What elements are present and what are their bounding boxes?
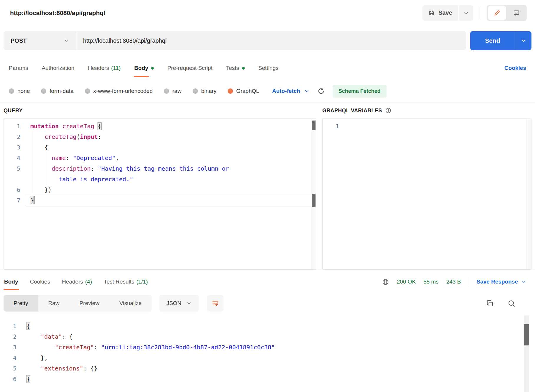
method-label: POST [11, 37, 27, 44]
view-tab-pretty[interactable]: Pretty [4, 295, 38, 312]
variables-panel: GRAPHQL VARIABLES 1 [322, 103, 531, 270]
code-line: 7} [4, 195, 316, 206]
view-tab-raw[interactable]: Raw [38, 295, 70, 312]
scrollbar-thumb[interactable] [312, 121, 316, 130]
body-mode-raw[interactable]: raw [164, 88, 181, 94]
wrap-lines-button[interactable] [207, 295, 224, 312]
code-text: table is deprecated." [25, 174, 316, 185]
save-response-dropdown[interactable]: Save Response [477, 279, 527, 285]
auto-fetch-dropdown[interactable]: Auto-fetch [272, 88, 310, 94]
save-button-label: Save [438, 9, 452, 16]
green-dot-indicator [151, 67, 154, 70]
response-view-tabs: PrettyRawPreviewVisualize [4, 295, 152, 312]
code-text: }) [25, 185, 316, 195]
code-text: }, [21, 353, 535, 363]
code-line: 3 { [4, 142, 316, 153]
response-body-viewer[interactable]: 1{2 "data": {3 "createTag": "urn:li:tag:… [0, 313, 535, 392]
network-globe-icon[interactable] [382, 278, 389, 286]
code-text: } [21, 374, 535, 384]
view-tab-preview[interactable]: Preview [70, 295, 110, 312]
text-cursor [34, 196, 34, 204]
request-tab-settings[interactable]: Settings [258, 65, 279, 71]
cookies-link[interactable]: Cookies [504, 65, 526, 71]
body-mode-label: x-www-form-urlencoded [93, 88, 153, 94]
body-mode-form-data[interactable]: form-data [41, 88, 73, 94]
request-header-bar: http://localhost:8080/api/graphql Save [0, 0, 535, 26]
tab-label: Body [134, 65, 148, 71]
body-mode-binary[interactable]: binary [193, 88, 217, 94]
chevron-down-icon [521, 279, 527, 285]
query-editor[interactable]: 1mutation createTag {2 createTag(input:3… [4, 118, 316, 270]
save-options-button[interactable] [459, 5, 473, 21]
request-tab-body[interactable]: Body [134, 65, 154, 71]
response-tab-cookies[interactable]: Cookies [30, 279, 50, 285]
request-url-row: POST Send [0, 26, 535, 57]
line-number: 6 [4, 185, 25, 195]
body-mode-none[interactable]: none [9, 88, 30, 94]
indent-guide [41, 342, 41, 353]
code-line: 6 }) [4, 185, 316, 195]
format-selector-label: JSON [166, 300, 181, 307]
code-text: name: "Deprecated", [25, 153, 316, 163]
tab-count-badge: (11) [111, 65, 120, 71]
body-mode-label: GraphQL [236, 88, 259, 94]
tab-label: Params [9, 65, 28, 71]
line-number: 5 [4, 163, 25, 174]
code-line: 1mutation createTag { [4, 121, 316, 131]
request-tab-headers[interactable]: Headers(11) [88, 65, 120, 71]
response-status[interactable]: 200 OK [397, 279, 416, 285]
url-input[interactable] [76, 31, 466, 50]
send-split-button: Send [470, 31, 531, 50]
response-scrollbar[interactable] [524, 315, 529, 392]
radio-icon [228, 88, 233, 94]
chevron-down-icon [304, 88, 310, 94]
line-number: 1 [323, 121, 344, 131]
body-mode-x-www-form-urlencoded[interactable]: x-www-form-urlencoded [85, 88, 153, 94]
response-tab-body[interactable]: Body [4, 279, 18, 285]
response-time[interactable]: 55 ms [423, 279, 439, 285]
code-text: } [25, 195, 316, 206]
scrollbar-thumb[interactable] [524, 324, 529, 345]
save-button[interactable]: Save [422, 5, 458, 21]
send-options-button[interactable] [515, 31, 531, 50]
edit-mode-button[interactable] [488, 6, 506, 20]
response-tab-test-results[interactable]: Test Results(1/1) [104, 279, 148, 285]
edit-comment-toggle [487, 5, 527, 21]
request-tab-pre-request-script[interactable]: Pre-request Script [167, 65, 212, 71]
view-tab-visualize[interactable]: Visualize [109, 295, 152, 312]
request-tab-params[interactable]: Params [9, 65, 28, 71]
method-selector[interactable]: POST [4, 31, 76, 50]
code-text: "extensions": {} [21, 363, 535, 374]
variables-editor[interactable]: 1 [322, 118, 531, 270]
header-divider [480, 6, 480, 19]
tab-label: Body [4, 279, 18, 285]
query-editor-scrollbar[interactable] [311, 119, 316, 269]
search-response-button[interactable] [508, 299, 516, 307]
code-line: 2 createTag(input: [4, 131, 316, 142]
request-tab-tests[interactable]: Tests [226, 65, 245, 71]
line-number: 2 [0, 331, 21, 342]
refresh-schema-button[interactable] [317, 87, 325, 95]
indent-guide [31, 131, 31, 195]
line-number: 2 [4, 131, 25, 142]
comment-icon [513, 9, 520, 17]
copy-icon [486, 299, 494, 307]
response-size[interactable]: 243 B [446, 279, 461, 285]
tab-count-badge: (1/1) [136, 279, 148, 285]
copy-response-button[interactable] [486, 299, 494, 307]
request-tab-authorization[interactable]: Authorization [42, 65, 74, 71]
send-button[interactable]: Send [470, 31, 515, 50]
response-section: BodyCookiesHeaders(4)Test Results(1/1) 2… [0, 270, 535, 392]
body-mode-graphql[interactable]: GraphQL [228, 88, 259, 94]
response-tab-headers[interactable]: Headers(4) [62, 279, 92, 285]
indent-guide [45, 153, 45, 185]
info-icon[interactable] [385, 107, 392, 114]
comments-button[interactable] [507, 6, 526, 20]
radio-icon [164, 88, 169, 94]
line-number: 3 [0, 342, 21, 353]
response-toolbar: PrettyRawPreviewVisualize JSON [0, 294, 535, 313]
response-meta-row: BodyCookiesHeaders(4)Test Results(1/1) 2… [0, 270, 535, 294]
variables-editor-scrollbar[interactable] [526, 119, 531, 269]
format-selector[interactable]: JSON [159, 295, 199, 312]
schema-status-badge: Schema Fetched [333, 85, 387, 98]
